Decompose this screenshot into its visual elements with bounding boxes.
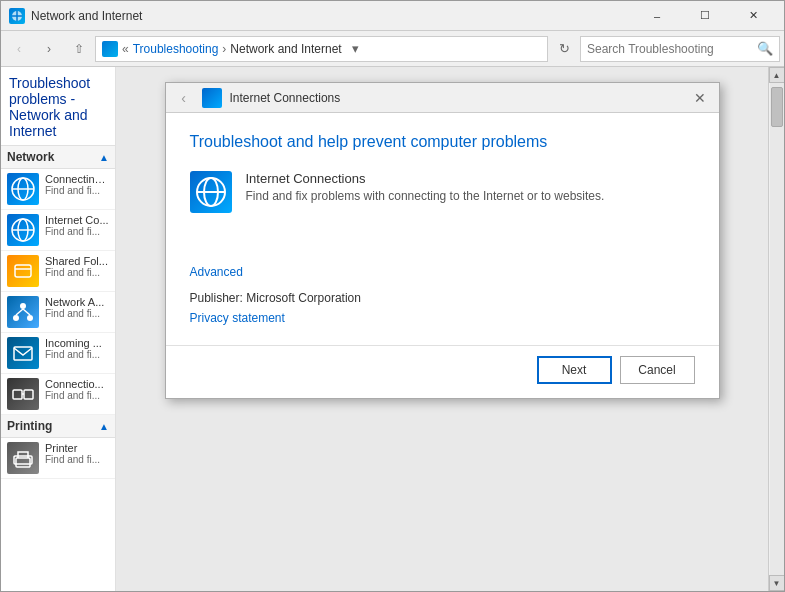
connections-name: Connectio... [45,378,109,390]
breadcrumb-icon [102,41,118,57]
search-icon: 🔍 [757,41,773,56]
list-item[interactable]: Connectio... Find and fi... [1,374,115,415]
troubleshoot-dialog: ‹ Internet Connections ✕ Troubleshoot an… [165,82,720,399]
cancel-button[interactable]: Cancel [620,356,695,384]
svg-rect-17 [13,390,22,399]
dialog-body: Troubleshoot and help prevent computer p… [166,113,719,253]
dialog-item-icon [190,171,232,213]
page-title: Troubleshoot problems - Network and Inte… [9,75,103,139]
incoming-desc: Find and fi... [45,349,109,360]
connecting-icon [7,173,39,205]
printer-icon [7,442,39,474]
advanced-link[interactable]: Advanced [190,265,695,279]
scroll-up-arrow[interactable]: ▲ [769,67,785,83]
list-item[interactable]: Printer Find and fi... [1,438,115,479]
back-button[interactable]: ‹ [5,35,33,63]
network-collapse-button[interactable]: ▲ [99,152,109,163]
scroll-down-arrow[interactable]: ▼ [769,575,785,591]
network-a-desc: Find and fi... [45,308,109,319]
address-dropdown-button[interactable]: ▾ [346,36,366,62]
privacy-link[interactable]: Privacy statement [190,311,285,325]
up-button[interactable]: ⇧ [65,35,93,63]
navigation-bar: ‹ › ⇧ « Troubleshooting › Network and In… [1,31,784,67]
dialog-headline: Troubleshoot and help prevent computer p… [190,133,695,151]
list-item[interactable]: Internet Co... Find and fi... [1,210,115,251]
address-bar: « Troubleshooting › Network and Internet… [95,36,548,62]
window-icon [9,8,25,24]
dialog-title-bar: ‹ Internet Connections ✕ [166,83,719,113]
connecting-name: Connecting to t... [45,173,109,185]
svg-rect-9 [15,265,31,277]
list-item[interactable]: Shared Fol... Find and fi... [1,251,115,292]
title-bar: Network and Internet – ☐ ✕ [1,1,784,31]
list-item[interactable]: Network A... Find and fi... [1,292,115,333]
breadcrumb-separator: « [122,42,129,56]
printer-desc: Find and fi... [45,454,109,465]
connecting-desc: Find and fi... [45,185,109,196]
network-a-icon [7,296,39,328]
internet-co-name: Internet Co... [45,214,109,226]
svg-point-12 [13,315,19,321]
dialog-close-button[interactable]: ✕ [689,87,711,109]
shared-name: Shared Fol... [45,255,109,267]
list-item[interactable]: Connecting to t... Find and fi... [1,169,115,210]
printing-collapse-button[interactable]: ▲ [99,421,109,432]
search-input[interactable] [587,42,753,56]
close-button[interactable]: ✕ [730,1,776,31]
publisher-value: Microsoft Corporation [246,291,361,305]
shared-icon [7,255,39,287]
dialog-overlay: ‹ Internet Connections ✕ Troubleshoot an… [116,67,768,591]
breadcrumb-troubleshooting[interactable]: Troubleshooting [133,42,219,56]
svg-rect-18 [24,390,33,399]
shared-desc: Find and fi... [45,267,109,278]
printing-section-label: Printing [7,419,52,433]
connections-icon [7,378,39,410]
svg-rect-20 [16,458,30,467]
connections-desc: Find and fi... [45,390,109,401]
svg-rect-16 [14,347,32,360]
dialog-footer: Advanced Publisher: Microsoft Corporatio… [166,253,719,345]
svg-line-15 [23,309,30,315]
window-title: Network and Internet [31,9,634,23]
dialog-item-row: Internet Connections Find and fix proble… [190,171,695,213]
main-window: Network and Internet – ☐ ✕ ‹ › ⇧ « Troub… [0,0,785,592]
list-item[interactable]: Incoming ... Find and fi... [1,333,115,374]
breadcrumb-arrow: › [222,42,226,56]
main-content: Troubleshoot problems - Network and Inte… [1,67,784,591]
printing-section-header: Printing ▲ [1,415,115,438]
content-area: ▲ ▼ ‹ Internet Connections ✕ [116,67,784,591]
network-section-label: Network [7,150,54,164]
svg-point-13 [27,315,33,321]
printer-name: Printer [45,442,109,454]
scroll-track[interactable] [770,83,784,575]
dialog-icon [202,88,222,108]
svg-point-11 [20,303,26,309]
internet-co-icon [7,214,39,246]
incoming-icon [7,337,39,369]
dialog-item-desc: Find and fix problems with connecting to… [246,189,695,203]
search-bar: 🔍 [580,36,780,62]
publisher-row: Publisher: Microsoft Corporation [190,291,695,305]
internet-co-desc: Find and fi... [45,226,109,237]
page-header: Troubleshoot problems - Network and Inte… [1,67,115,146]
dialog-buttons: Next Cancel [166,345,719,398]
dialog-item-name: Internet Connections [246,171,695,186]
next-button[interactable]: Next [537,356,612,384]
left-panel: Troubleshoot problems - Network and Inte… [1,67,116,591]
breadcrumb-network-internet: Network and Internet [230,42,341,56]
publisher-label: Publisher: [190,291,243,305]
network-a-name: Network A... [45,296,109,308]
svg-line-14 [16,309,23,315]
refresh-button[interactable]: ↻ [550,35,578,63]
forward-button[interactable]: › [35,35,63,63]
scroll-thumb[interactable] [771,87,783,127]
incoming-name: Incoming ... [45,337,109,349]
window-controls: – ☐ ✕ [634,1,776,31]
minimize-button[interactable]: – [634,1,680,31]
network-section-header: Network ▲ [1,146,115,169]
dialog-title-text: Internet Connections [230,91,341,105]
vertical-scrollbar[interactable]: ▲ ▼ [768,67,784,591]
maximize-button[interactable]: ☐ [682,1,728,31]
dialog-back-button[interactable]: ‹ [174,88,194,108]
